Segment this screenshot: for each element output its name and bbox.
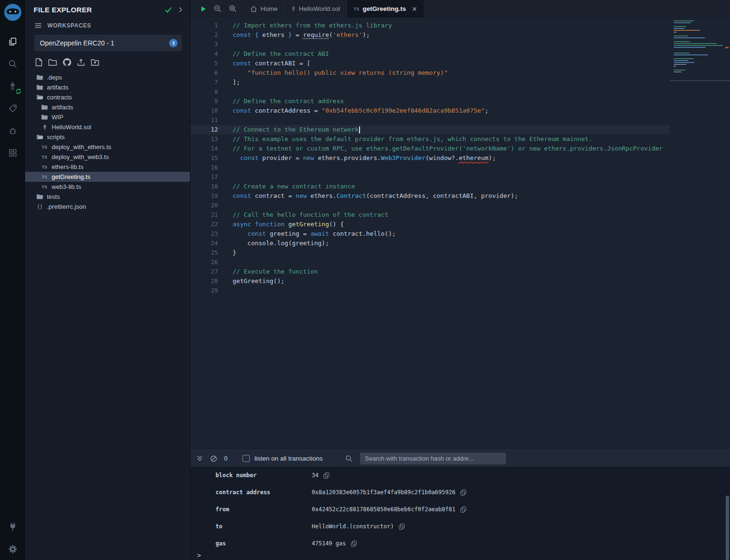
code-line-16[interactable]: 16 <box>190 163 730 172</box>
code-line-21[interactable]: 21// Call the hello function of the cont… <box>190 210 730 220</box>
code-line-23[interactable]: 23 const greeting = await contract.hello… <box>190 229 730 239</box>
code-line-8[interactable]: 8 <box>190 87 730 97</box>
code-text <box>218 286 233 295</box>
code-line-26[interactable]: 26 <box>190 258 730 267</box>
run-script-button[interactable] <box>200 6 207 12</box>
code-line-25[interactable]: 25} <box>190 248 730 258</box>
tree-item-artifacts[interactable]: artifacts <box>25 102 190 112</box>
code-line-4[interactable]: 4// Define the contract ABI <box>190 49 730 59</box>
plugin-manager-icon[interactable] <box>0 142 25 164</box>
tab-getgreeting-ts[interactable]: TS getGreeting.ts <box>347 0 424 18</box>
tree-item-scripts[interactable]: scripts <box>25 132 190 142</box>
code-line-10[interactable]: 10const contractAddress = "0xb54febb5c0c… <box>190 106 730 116</box>
code-line-24[interactable]: 24 console.log(greeting); <box>190 239 730 248</box>
tree-item-wip[interactable]: WIP <box>25 112 190 122</box>
code-line-15[interactable]: 15 const provider = new ethers.providers… <box>190 153 730 163</box>
code-line-28[interactable]: 28getGreeting(); <box>190 276 730 286</box>
code-line-14[interactable]: 14// For a testnet or custom RPC, use et… <box>190 144 730 153</box>
new-folder-icon[interactable] <box>48 59 57 66</box>
deploy-run-icon[interactable] <box>0 97 25 119</box>
copy-icon[interactable] <box>460 489 466 496</box>
expand-terminal-icon[interactable] <box>197 455 203 462</box>
copy-icon[interactable] <box>399 524 405 530</box>
minimap-line <box>674 71 682 72</box>
workspaces-menu-icon[interactable] <box>35 23 42 28</box>
code-editor[interactable]: 1// Import ethers from the ethers.js lib… <box>190 18 730 450</box>
zoom-in-icon[interactable] <box>229 5 237 13</box>
copy-icon[interactable] <box>351 541 357 547</box>
terminal-prompt[interactable]: > <box>197 551 201 559</box>
workspace-dropdown[interactable]: OpenZeppelin ERC20 - 1 <box>34 35 182 51</box>
code-line-20[interactable]: 20 <box>190 201 730 210</box>
debugger-icon[interactable] <box>0 119 25 142</box>
detail-key: block number <box>216 472 312 479</box>
copy-icon[interactable] <box>460 507 466 513</box>
listen-checkbox[interactable] <box>243 455 250 462</box>
minimap-line <box>674 37 705 38</box>
code-line-29[interactable]: 29 <box>190 286 730 295</box>
tree-item--prettierrc-json[interactable]: {}.prettierrc.json <box>25 202 190 212</box>
tree-item-getgreeting-ts[interactable]: TSgetGreeting.ts <box>25 172 190 182</box>
chevron-right-icon[interactable] <box>179 7 182 13</box>
code-line-5[interactable]: 5const contractABI = [ <box>190 59 730 68</box>
tree-item-tests[interactable]: tests <box>25 192 190 202</box>
minimap-line <box>674 34 676 35</box>
solidity-compiler-icon[interactable] <box>0 75 25 97</box>
upload-file-icon[interactable] <box>77 59 85 66</box>
clear-console-icon[interactable] <box>210 455 217 462</box>
new-file-icon[interactable] <box>36 58 42 66</box>
code-text: // For a testnet or custom RPC, use ethe… <box>218 144 663 153</box>
minimap-line <box>674 56 676 57</box>
accept-check-icon[interactable] <box>165 7 172 13</box>
code-line-11[interactable]: 11 <box>190 116 730 125</box>
listen-on-all-transactions-toggle[interactable]: listen on all transactions <box>243 455 323 462</box>
search-icon[interactable] <box>0 53 25 75</box>
line-number: 26 <box>190 258 218 267</box>
copy-icon[interactable] <box>324 472 329 479</box>
terminal-search-input[interactable] <box>360 453 506 464</box>
tree-item-artifacts[interactable]: artifacts <box>25 82 190 92</box>
code-line-7[interactable]: 7]; <box>190 78 730 87</box>
code-line-9[interactable]: 9// Define the contract address <box>190 97 730 106</box>
zoom-out-icon[interactable] <box>214 5 222 13</box>
code-line-12[interactable]: 12// Connect to the Ethereum network <box>190 125 730 134</box>
tree-item-contracts[interactable]: contracts <box>25 92 190 102</box>
ts-icon: TS <box>40 155 49 160</box>
terminal-panel[interactable]: block number34contract address0x8a120383… <box>190 467 730 560</box>
remix-logo[interactable] <box>3 3 22 22</box>
code-line-1[interactable]: 1// Import ethers from the ethers.js lib… <box>190 21 730 30</box>
code-line-27[interactable]: 27// Execute the function <box>190 267 730 276</box>
code-line-17[interactable]: 17 <box>190 172 730 182</box>
settings-gear-icon[interactable] <box>0 538 25 560</box>
detail-value: 0x8a120383e6057b1f3aef4fa9b89c2f1b0a6959… <box>312 489 455 496</box>
workspace-switch-icon[interactable] <box>169 39 178 47</box>
tree-item-deploy-with-web3-ts[interactable]: TSdeploy_with_web3.ts <box>25 152 190 162</box>
code-text <box>218 163 233 172</box>
code-text: // Execute the function <box>218 267 318 276</box>
code-lines: 1// Import ethers from the ethers.js lib… <box>190 18 730 295</box>
minimap[interactable] <box>670 18 730 450</box>
close-tab-icon[interactable] <box>412 7 417 11</box>
tab-home[interactable]: Home <box>243 0 285 18</box>
line-number: 22 <box>190 220 218 229</box>
file-explorer-icon[interactable] <box>0 30 25 53</box>
code-line-3[interactable]: 3 <box>190 40 730 49</box>
plug-icon[interactable] <box>0 516 25 538</box>
tree-item-ethers-lib-ts[interactable]: TSethers-lib.ts <box>25 162 190 172</box>
tab-helloworld-sol[interactable]: HelloWorld.sol <box>285 0 347 18</box>
tree-item-helloworld-sol[interactable]: HelloWorld.sol <box>25 122 190 132</box>
code-line-18[interactable]: 18// Create a new contract instance <box>190 182 730 191</box>
upload-folder-icon[interactable] <box>91 59 99 66</box>
line-number: 29 <box>190 286 218 295</box>
tree-item-deploy-with-ethers-ts[interactable]: TSdeploy_with_ethers.ts <box>25 142 190 152</box>
tree-item--deps[interactable]: .deps <box>25 72 190 82</box>
terminal-scrollbar-thumb[interactable] <box>726 496 729 560</box>
code-line-13[interactable]: 13// This example uses the default provi… <box>190 134 730 144</box>
code-line-22[interactable]: 22async function getGreeting() { <box>190 220 730 229</box>
code-line-2[interactable]: 2const { ethers } = require('ethers'); <box>190 30 730 40</box>
code-line-6[interactable]: 6 "function hello() public view returns … <box>190 68 730 78</box>
tree-item-web3-lib-ts[interactable]: TSweb3-lib.ts <box>25 182 190 192</box>
code-line-19[interactable]: 19const contract = new ethers.Contract(c… <box>190 191 730 201</box>
minimap-line <box>674 60 688 61</box>
github-gist-icon[interactable] <box>63 58 71 66</box>
